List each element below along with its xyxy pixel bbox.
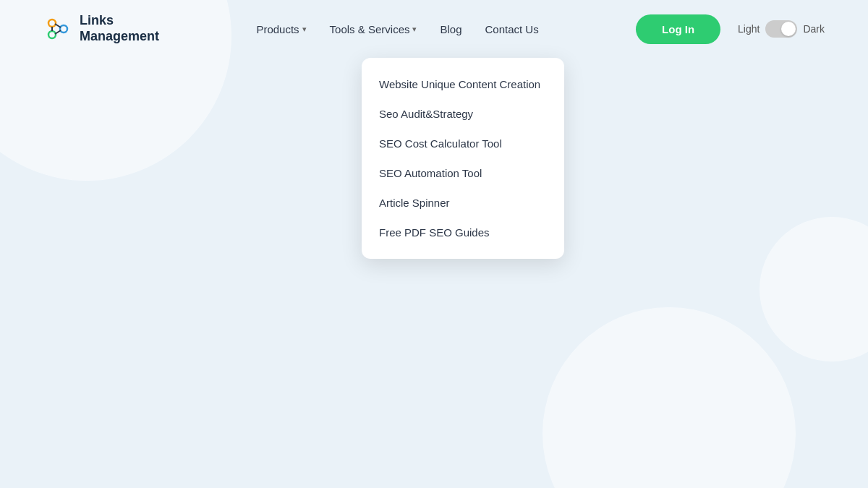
nav-links: Products ▾ Tools & Services ▾ Blog Conta… [256, 23, 538, 35]
nav-products[interactable]: Products ▾ [256, 23, 306, 35]
svg-point-1 [48, 31, 56, 38]
nav-right: Log In Light Dark [636, 14, 825, 44]
tools-chevron-icon: ▾ [412, 25, 417, 34]
dropdown-item[interactable]: Seo Audit&Strategy [362, 99, 564, 129]
svg-line-4 [55, 24, 61, 27]
svg-point-2 [60, 25, 67, 33]
svg-point-0 [48, 20, 56, 27]
logo-name-line1: Links [80, 13, 159, 29]
nav-blog[interactable]: Blog [440, 23, 461, 35]
nav-blog-label: Blog [440, 23, 461, 35]
logo-icon [43, 14, 72, 43]
dropdown-item[interactable]: Free PDF SEO Guides [362, 218, 564, 247]
toggle-switch[interactable] [765, 20, 797, 38]
logo[interactable]: Links Management [43, 13, 159, 44]
svg-line-5 [55, 30, 61, 34]
nav-tools[interactable]: Tools & Services ▾ [330, 23, 417, 35]
dropdown-item[interactable]: Website Unique Content Creation [362, 69, 564, 99]
dropdown-item[interactable]: Article Spinner [362, 188, 564, 218]
logo-text: Links Management [80, 13, 159, 44]
light-label: Light [738, 23, 760, 35]
navbar: Links Management Products ▾ Tools & Serv… [0, 0, 868, 58]
bg-decoration-3 [760, 217, 868, 361]
login-button[interactable]: Log In [636, 14, 720, 44]
dark-label: Dark [803, 23, 825, 35]
dropdown-item[interactable]: SEO Cost Calculator Tool [362, 129, 564, 158]
dropdown-item[interactable]: SEO Automation Tool [362, 158, 564, 188]
toggle-knob [781, 22, 796, 36]
products-chevron-icon: ▾ [302, 25, 307, 34]
logo-name-line2: Management [80, 29, 159, 45]
nav-contact[interactable]: Contact Us [485, 23, 539, 35]
nav-products-label: Products [256, 23, 299, 35]
theme-toggle[interactable]: Light Dark [738, 20, 825, 38]
tools-dropdown: Website Unique Content CreationSeo Audit… [362, 58, 564, 259]
nav-contact-label: Contact Us [485, 23, 539, 35]
dropdown-menu: Website Unique Content CreationSeo Audit… [362, 58, 564, 259]
nav-tools-label: Tools & Services [330, 23, 410, 35]
bg-decoration-2 [542, 307, 796, 488]
